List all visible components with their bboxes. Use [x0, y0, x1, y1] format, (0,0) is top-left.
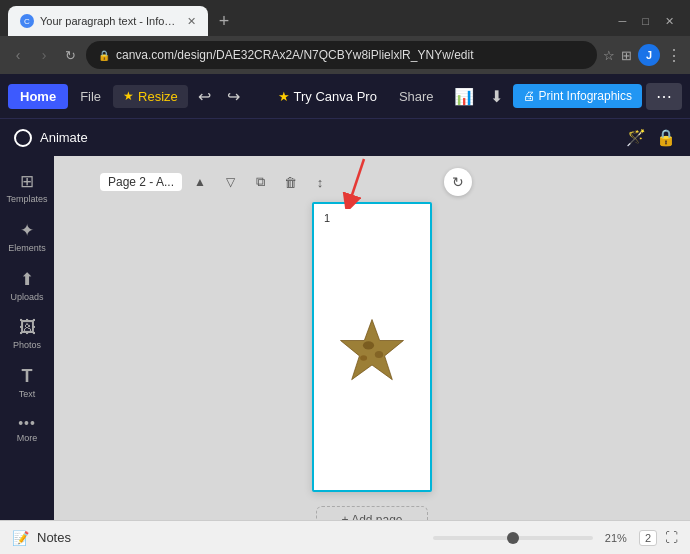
arrow-indicator	[334, 156, 384, 213]
star-image	[337, 316, 407, 390]
svg-point-6	[375, 351, 383, 358]
animate-icon	[14, 129, 32, 147]
bottom-bar: 📝 Notes 21% 2 ⛶	[0, 520, 690, 554]
page-number: 1	[324, 212, 330, 224]
text-icon: T	[22, 366, 33, 387]
browser-menu-icon[interactable]: ⋮	[666, 46, 682, 65]
photos-label: Photos	[13, 340, 41, 350]
templates-icon: ⊞	[20, 171, 34, 192]
address-bar[interactable]: 🔒 canva.com/design/DAE32CRAx2A/N7QCBYw8i…	[86, 41, 597, 69]
delete-page-button[interactable]: 🗑	[278, 170, 302, 194]
notes-icon: 📝	[12, 530, 29, 546]
print-button[interactable]: 🖨 Print Infographics	[513, 84, 642, 108]
text-label: Text	[19, 389, 36, 399]
sidebar-item-uploads[interactable]: ⬆ Uploads	[0, 262, 54, 309]
star-icon: ★	[123, 89, 134, 103]
animate-label: Animate	[40, 130, 88, 145]
zoom-level: 21%	[601, 532, 631, 544]
undo-button[interactable]: ↩	[192, 83, 217, 110]
tab-favicon: C	[20, 14, 34, 28]
tab-close-icon[interactable]: ✕	[187, 15, 196, 28]
refresh-canvas-button[interactable]: ↻	[444, 168, 472, 196]
main-content: ⊞ Templates ✦ Elements ⬆ Uploads 🖼 Photo…	[0, 156, 690, 520]
page-controls: Page 2 - A... ▲ ▽ ⧉ 🗑 ↕	[100, 170, 332, 194]
canvas-container: ↻ 1	[312, 202, 432, 492]
svg-line-1	[349, 159, 364, 204]
home-button[interactable]: Home	[8, 84, 68, 109]
svg-point-7	[360, 355, 367, 361]
sidebar-item-text[interactable]: T Text	[0, 359, 54, 406]
main-toolbar: Home File ★ Resize ↩ ↪ ★ Try Canva Pro S…	[0, 74, 690, 118]
add-page-button[interactable]: + Add page	[316, 506, 427, 520]
page-label: Page 2 - A...	[100, 173, 182, 191]
address-text: canva.com/design/DAE32CRAx2A/N7QCBYw8iPl…	[116, 48, 473, 62]
print-icon: 🖨	[523, 89, 535, 103]
new-tab-button[interactable]: +	[212, 9, 236, 33]
lock-icon: 🔒	[98, 50, 110, 61]
add-section-button[interactable]: ↕	[308, 170, 332, 194]
canva-pro-label: Try Canva Pro	[294, 89, 377, 104]
sidebar: ⊞ Templates ✦ Elements ⬆ Uploads 🖼 Photo…	[0, 156, 54, 520]
active-tab[interactable]: C Your paragraph text - Infographic... ✕	[8, 6, 208, 36]
sidebar-item-more[interactable]: ••• More	[0, 408, 54, 450]
fullscreen-button[interactable]: ⛶	[665, 530, 678, 545]
page-up-button[interactable]: ▲	[188, 170, 212, 194]
browser-controls: ‹ › ↻ 🔒 canva.com/design/DAE32CRAx2A/N7Q…	[0, 36, 690, 74]
add-page-label: + Add page	[341, 513, 402, 520]
svg-point-5	[363, 341, 374, 349]
page-down-button[interactable]: ▽	[218, 170, 242, 194]
resize-label: Resize	[138, 89, 178, 104]
try-canva-pro-button[interactable]: ★ Try Canva Pro	[270, 85, 385, 108]
svg-marker-3	[341, 319, 404, 379]
print-label: Print Infographics	[539, 89, 632, 103]
magic-wand-icon[interactable]: 🪄	[626, 128, 646, 147]
sub-toolbar: Animate 🪄 🔒	[0, 118, 690, 156]
templates-label: Templates	[6, 194, 47, 204]
user-avatar[interactable]: J	[638, 44, 660, 66]
page-number-badge: 2	[639, 530, 657, 546]
bookmark-icon[interactable]: ☆	[603, 48, 615, 63]
notes-label[interactable]: Notes	[37, 530, 71, 545]
canvas-page[interactable]: 1	[312, 202, 432, 492]
elements-icon: ✦	[20, 220, 34, 241]
analytics-icon[interactable]: 📊	[448, 83, 480, 110]
canvas-area: Page 2 - A... ▲ ▽ ⧉ 🗑 ↕ ↻	[54, 156, 690, 520]
photos-icon: 🖼	[19, 318, 36, 338]
animate-button[interactable]: Animate	[14, 129, 88, 147]
sidebar-item-elements[interactable]: ✦ Elements	[0, 213, 54, 260]
share-button[interactable]: Share	[389, 85, 444, 108]
duplicate-page-button[interactable]: ⧉	[248, 170, 272, 194]
refresh-button[interactable]: ↻	[60, 45, 80, 65]
window-maximize[interactable]: □	[634, 11, 657, 31]
window-minimize[interactable]: ─	[611, 11, 635, 31]
browser-chrome: C Your paragraph text - Infographic... ✕…	[0, 0, 690, 74]
scroll-dot[interactable]	[507, 532, 519, 544]
tab-bar: C Your paragraph text - Infographic... ✕…	[0, 0, 690, 36]
redo-button[interactable]: ↪	[221, 83, 246, 110]
forward-button[interactable]: ›	[34, 45, 54, 65]
resize-button[interactable]: ★ Resize	[113, 85, 188, 108]
canva-pro-star-icon: ★	[278, 89, 290, 104]
more-button[interactable]: ⋯	[646, 83, 682, 110]
scroll-indicator	[433, 536, 593, 540]
download-icon[interactable]: ⬇	[484, 83, 509, 110]
extensions-icon[interactable]: ⊞	[621, 48, 632, 63]
more-icon: •••	[18, 415, 36, 431]
app: Home File ★ Resize ↩ ↪ ★ Try Canva Pro S…	[0, 74, 690, 554]
back-button[interactable]: ‹	[8, 45, 28, 65]
uploads-icon: ⬆	[20, 269, 34, 290]
sidebar-item-templates[interactable]: ⊞ Templates	[0, 164, 54, 211]
window-close[interactable]: ✕	[657, 11, 682, 32]
elements-label: Elements	[8, 243, 46, 253]
more-label: More	[17, 433, 38, 443]
tab-title: Your paragraph text - Infographic...	[40, 15, 179, 27]
uploads-label: Uploads	[10, 292, 43, 302]
file-button[interactable]: File	[72, 84, 109, 109]
sidebar-item-photos[interactable]: 🖼 Photos	[0, 311, 54, 357]
lock-icon[interactable]: 🔒	[656, 128, 676, 147]
